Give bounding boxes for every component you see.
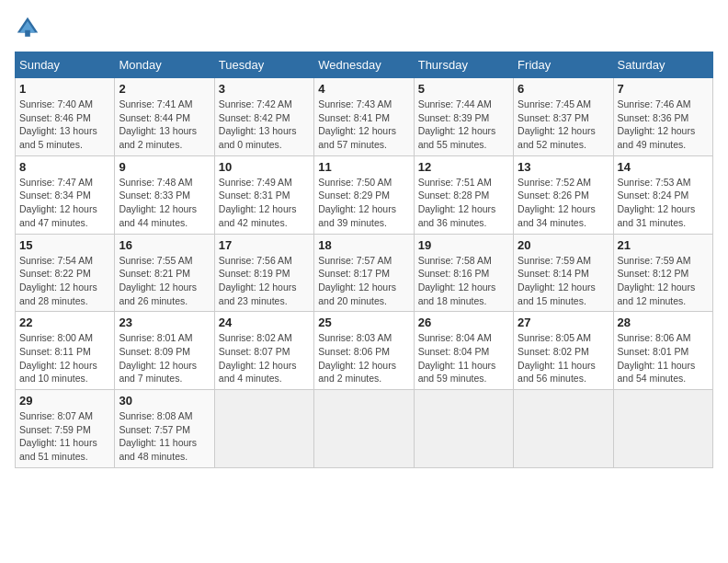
day-info: Sunrise: 7:45 AM Sunset: 8:37 PM Dayligh…: [518, 98, 609, 152]
daylight-label: Daylight: 12 hours and 36 minutes.: [418, 203, 496, 228]
sunrise-label: Sunrise: 7:54 AM: [19, 255, 93, 266]
daylight-label: Daylight: 12 hours and 10 minutes.: [19, 360, 97, 385]
sunset-label: Sunset: 8:02 PM: [518, 346, 589, 357]
calendar-cell: 19 Sunrise: 7:58 AM Sunset: 8:16 PM Dayl…: [414, 234, 513, 312]
day-info: Sunrise: 7:47 AM Sunset: 8:34 PM Dayligh…: [19, 176, 110, 230]
daylight-label: Daylight: 12 hours and 12 minutes.: [618, 282, 696, 306]
daylight-label: Daylight: 12 hours and 42 minutes.: [219, 203, 297, 228]
svg-rect-2: [25, 30, 30, 37]
calendar-cell: 7 Sunrise: 7:46 AM Sunset: 8:36 PM Dayli…: [613, 78, 712, 156]
calendar-cell: 24 Sunrise: 8:02 AM Sunset: 8:07 PM Dayl…: [214, 312, 313, 390]
daylight-label: Daylight: 12 hours and 57 minutes.: [318, 125, 396, 150]
sunrise-label: Sunrise: 7:52 AM: [518, 177, 591, 188]
sunrise-label: Sunrise: 8:08 AM: [119, 410, 192, 421]
sunrise-label: Sunrise: 7:47 AM: [19, 177, 93, 188]
sunset-label: Sunset: 8:36 PM: [618, 112, 689, 123]
sunrise-label: Sunrise: 8:05 AM: [518, 332, 591, 343]
day-info: Sunrise: 7:44 AM Sunset: 8:39 PM Dayligh…: [418, 98, 509, 152]
calendar-cell: 25 Sunrise: 8:03 AM Sunset: 8:06 PM Dayl…: [314, 312, 414, 390]
calendar-cell: [514, 390, 613, 468]
calendar-cell: [613, 390, 712, 468]
sunset-label: Sunset: 8:34 PM: [19, 190, 91, 201]
sunrise-label: Sunrise: 7:43 AM: [318, 98, 392, 109]
calendar-cell: 23 Sunrise: 8:01 AM Sunset: 8:09 PM Dayl…: [115, 312, 214, 390]
day-info: Sunrise: 7:46 AM Sunset: 8:36 PM Dayligh…: [618, 98, 709, 152]
calendar-cell: 4 Sunrise: 7:43 AM Sunset: 8:41 PM Dayli…: [314, 78, 414, 156]
sunrise-label: Sunrise: 7:59 AM: [518, 255, 591, 266]
page-header: [15, 15, 713, 40]
sunrise-label: Sunrise: 7:46 AM: [618, 98, 691, 109]
calendar-cell: [214, 390, 313, 468]
sunset-label: Sunset: 8:19 PM: [219, 268, 290, 279]
day-info: Sunrise: 8:04 AM Sunset: 8:04 PM Dayligh…: [418, 331, 509, 385]
calendar-cell: 11 Sunrise: 7:50 AM Sunset: 8:29 PM Dayl…: [314, 155, 414, 234]
calendar-week-1: 1 Sunrise: 7:40 AM Sunset: 8:46 PM Dayli…: [16, 78, 713, 156]
sunrise-label: Sunrise: 7:44 AM: [418, 98, 492, 109]
day-number: 19: [418, 238, 509, 252]
day-info: Sunrise: 7:59 AM Sunset: 8:14 PM Dayligh…: [518, 254, 609, 308]
logo: [15, 15, 44, 40]
daylight-label: Daylight: 12 hours and 49 minutes.: [618, 125, 696, 150]
sunrise-label: Sunrise: 7:56 AM: [219, 255, 292, 266]
daylight-label: Daylight: 11 hours and 51 minutes.: [19, 437, 97, 462]
daylight-label: Daylight: 12 hours and 39 minutes.: [318, 203, 396, 228]
day-number: 25: [318, 316, 409, 329]
daylight-label: Daylight: 12 hours and 28 minutes.: [19, 282, 97, 306]
day-info: Sunrise: 7:54 AM Sunset: 8:22 PM Dayligh…: [19, 254, 110, 308]
day-number: 12: [418, 160, 509, 174]
sunrise-label: Sunrise: 7:55 AM: [119, 255, 192, 266]
sunset-label: Sunset: 8:24 PM: [618, 190, 689, 201]
sunset-label: Sunset: 8:42 PM: [219, 112, 290, 123]
day-info: Sunrise: 7:52 AM Sunset: 8:26 PM Dayligh…: [518, 176, 609, 230]
daylight-label: Daylight: 12 hours and 7 minutes.: [119, 360, 197, 385]
sunset-label: Sunset: 8:37 PM: [518, 112, 589, 123]
calendar-cell: 22 Sunrise: 8:00 AM Sunset: 8:11 PM Dayl…: [16, 312, 115, 390]
sunrise-label: Sunrise: 7:40 AM: [19, 98, 93, 109]
calendar-cell: 28 Sunrise: 8:06 AM Sunset: 8:01 PM Dayl…: [613, 312, 712, 390]
day-number: 24: [219, 316, 310, 329]
sunrise-label: Sunrise: 7:42 AM: [219, 98, 292, 109]
day-header-friday: Friday: [514, 52, 613, 78]
header-row: SundayMondayTuesdayWednesdayThursdayFrid…: [16, 52, 713, 78]
sunset-label: Sunset: 8:31 PM: [219, 190, 290, 201]
sunset-label: Sunset: 8:01 PM: [618, 346, 689, 357]
sunrise-label: Sunrise: 7:57 AM: [318, 255, 392, 266]
sunset-label: Sunset: 8:26 PM: [518, 190, 589, 201]
day-number: 23: [119, 316, 210, 329]
calendar-cell: 16 Sunrise: 7:55 AM Sunset: 8:21 PM Dayl…: [115, 234, 214, 312]
day-number: 9: [119, 160, 210, 174]
day-number: 13: [518, 160, 609, 174]
day-number: 7: [618, 82, 709, 96]
day-number: 27: [518, 316, 609, 329]
daylight-label: Daylight: 12 hours and 20 minutes.: [318, 282, 396, 306]
sunrise-label: Sunrise: 7:58 AM: [418, 255, 492, 266]
daylight-label: Daylight: 13 hours and 5 minutes.: [19, 125, 97, 150]
calendar-table: SundayMondayTuesdayWednesdayThursdayFrid…: [15, 52, 713, 468]
day-info: Sunrise: 8:06 AM Sunset: 8:01 PM Dayligh…: [618, 331, 709, 385]
sunset-label: Sunset: 8:39 PM: [418, 112, 490, 123]
calendar-cell: 9 Sunrise: 7:48 AM Sunset: 8:33 PM Dayli…: [115, 155, 214, 234]
sunset-label: Sunset: 8:09 PM: [119, 346, 190, 357]
sunset-label: Sunset: 8:12 PM: [618, 268, 689, 279]
sunset-label: Sunset: 8:22 PM: [19, 268, 91, 279]
day-number: 4: [318, 82, 409, 96]
day-info: Sunrise: 7:49 AM Sunset: 8:31 PM Dayligh…: [219, 176, 310, 230]
calendar-cell: 15 Sunrise: 7:54 AM Sunset: 8:22 PM Dayl…: [16, 234, 115, 312]
day-info: Sunrise: 8:05 AM Sunset: 8:02 PM Dayligh…: [518, 331, 609, 385]
daylight-label: Daylight: 13 hours and 2 minutes.: [119, 125, 197, 150]
day-header-saturday: Saturday: [613, 52, 712, 78]
day-number: 14: [618, 160, 709, 174]
sunset-label: Sunset: 8:14 PM: [518, 268, 589, 279]
daylight-label: Daylight: 12 hours and 52 minutes.: [518, 125, 596, 150]
day-number: 8: [19, 160, 110, 174]
sunrise-label: Sunrise: 8:06 AM: [618, 332, 691, 343]
daylight-label: Daylight: 12 hours and 55 minutes.: [418, 125, 496, 150]
calendar-cell: 10 Sunrise: 7:49 AM Sunset: 8:31 PM Dayl…: [214, 155, 313, 234]
sunset-label: Sunset: 8:06 PM: [318, 346, 390, 357]
calendar-cell: 26 Sunrise: 8:04 AM Sunset: 8:04 PM Dayl…: [414, 312, 513, 390]
sunset-label: Sunset: 8:07 PM: [219, 346, 290, 357]
daylight-label: Daylight: 12 hours and 15 minutes.: [518, 282, 596, 306]
logo-icon: [15, 15, 40, 40]
day-info: Sunrise: 7:53 AM Sunset: 8:24 PM Dayligh…: [618, 176, 709, 230]
day-number: 28: [618, 316, 709, 329]
